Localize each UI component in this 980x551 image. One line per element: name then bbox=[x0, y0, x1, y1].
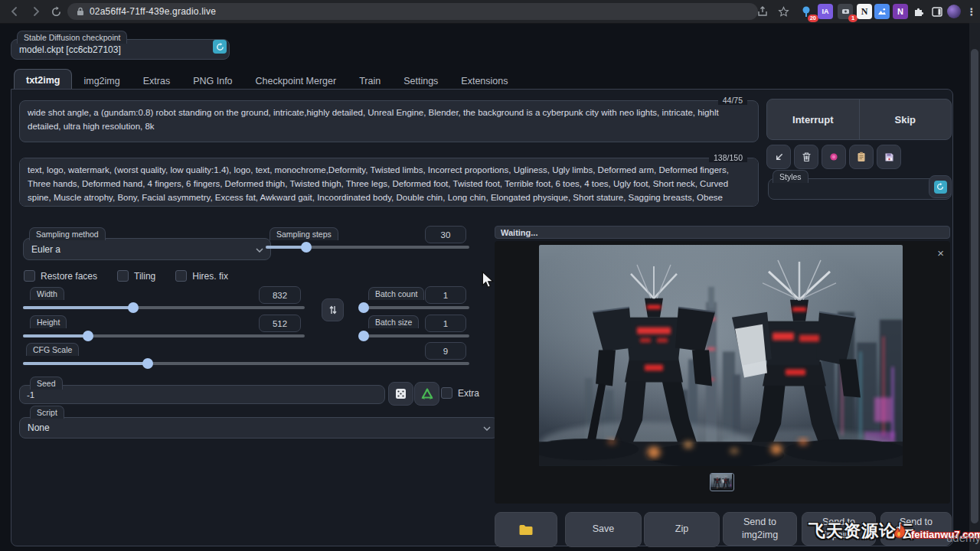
notion-extension-icon[interactable]: N bbox=[857, 4, 872, 19]
sampling-method-label: Sampling method bbox=[29, 227, 106, 240]
checkbox-icon bbox=[117, 270, 129, 282]
page-scrollbar[interactable] bbox=[969, 23, 980, 551]
random-seed-button[interactable] bbox=[388, 382, 413, 406]
dice-icon bbox=[395, 388, 407, 399]
skip-button[interactable]: Skip bbox=[860, 99, 952, 139]
extra-seed-checkbox[interactable]: Extra bbox=[441, 387, 479, 399]
sampling-steps-slider[interactable] bbox=[266, 243, 469, 252]
apply-style-button[interactable] bbox=[849, 145, 874, 169]
reload-icon[interactable] bbox=[47, 3, 64, 20]
onenote-extension-icon[interactable]: N bbox=[893, 4, 908, 19]
share-icon[interactable] bbox=[754, 3, 771, 20]
height-label: Height bbox=[30, 315, 67, 328]
seed-input[interactable]: -1 bbox=[19, 385, 385, 404]
address-bar[interactable]: 02a56ff4-71ff-439e.gradio.live bbox=[67, 3, 758, 20]
checkbox-icon bbox=[441, 387, 452, 399]
paste-params-button[interactable] bbox=[766, 145, 791, 169]
pink-dot-icon bbox=[828, 152, 839, 162]
script-dropdown[interactable]: None bbox=[19, 417, 498, 439]
pin-badge: 20 bbox=[808, 15, 818, 22]
refresh-icon bbox=[936, 183, 944, 191]
watermark-flame-icon bbox=[891, 522, 910, 543]
refresh-icon bbox=[216, 43, 224, 51]
checkbox-icon bbox=[175, 270, 187, 282]
ia-extension-icon[interactable]: IA bbox=[818, 4, 833, 19]
txt2img-panel: 44/75 wide shot angle, a (gundam:0.8) ro… bbox=[11, 89, 953, 546]
cfg-scale-slider[interactable] bbox=[23, 359, 469, 368]
pin-extension-icon[interactable]: 20 bbox=[799, 4, 814, 19]
swap-dimensions-button[interactable] bbox=[322, 298, 344, 321]
progress-bar: Waiting... bbox=[495, 226, 950, 239]
negative-prompt-input[interactable]: text, logo, watermark, (worst quality, l… bbox=[19, 158, 759, 207]
checkpoint-refresh-button[interactable] bbox=[213, 40, 227, 54]
trash-icon bbox=[802, 152, 812, 162]
close-icon[interactable]: × bbox=[937, 247, 944, 259]
width-slider[interactable] bbox=[23, 303, 305, 312]
chevron-down-icon bbox=[256, 244, 263, 255]
interrupt-button[interactable]: Interrupt bbox=[767, 99, 860, 139]
batch-size-slider[interactable] bbox=[359, 331, 469, 341]
styles-refresh-button[interactable] bbox=[929, 175, 952, 198]
swap-arrows-icon bbox=[328, 305, 338, 315]
profile-avatar[interactable] bbox=[946, 4, 962, 19]
save-button[interactable]: Save bbox=[565, 512, 642, 547]
scrollbar-thumb[interactable] bbox=[971, 49, 978, 523]
cfg-scale-label: CFG Scale bbox=[26, 343, 79, 356]
toggles-row: Restore faces Tiling Hires. fix bbox=[24, 270, 228, 282]
height-value[interactable]: 512 bbox=[259, 315, 301, 332]
gallery: × bbox=[495, 241, 950, 504]
image-extension-icon[interactable] bbox=[874, 4, 890, 19]
generated-image[interactable] bbox=[539, 245, 903, 466]
sampling-steps-label: Sampling steps bbox=[270, 227, 338, 240]
forward-icon[interactable] bbox=[28, 3, 44, 20]
hires-fix-checkbox[interactable]: Hires. fix bbox=[175, 270, 228, 282]
batch-size-value[interactable]: 1 bbox=[425, 315, 466, 332]
back-icon[interactable] bbox=[6, 3, 23, 20]
browser-toolbar: 02a56ff4-71ff-439e.gradio.live 20 IA 1 N… bbox=[0, 0, 980, 24]
prompt-input[interactable]: wide shot angle, a (gundam:0.8) robot st… bbox=[19, 100, 759, 142]
send-to-img2img-button[interactable]: Send to img2img bbox=[723, 512, 797, 546]
puzzle-extensions-icon[interactable] bbox=[911, 4, 926, 19]
generate-controls: Interrupt Skip bbox=[766, 99, 952, 140]
width-label: Width bbox=[30, 287, 64, 300]
folder-icon bbox=[518, 523, 534, 536]
zip-button[interactable]: Zip bbox=[644, 512, 720, 547]
floppy-save-icon bbox=[884, 152, 894, 162]
extra-networks-button[interactable] bbox=[822, 145, 846, 169]
cfg-scale-value[interactable]: 9 bbox=[425, 342, 466, 360]
batch-count-label: Batch count bbox=[368, 287, 424, 300]
checkpoint-value: model.ckpt [cc6cb27103] bbox=[19, 44, 121, 55]
height-slider[interactable] bbox=[23, 331, 305, 341]
tiling-checkbox[interactable]: Tiling bbox=[117, 270, 155, 282]
sidepanel-icon[interactable] bbox=[929, 4, 945, 19]
batch-count-value[interactable]: 1 bbox=[425, 286, 466, 304]
clipboard-icon bbox=[857, 152, 866, 162]
lock-icon bbox=[77, 7, 84, 16]
batch-count-slider[interactable] bbox=[359, 303, 469, 312]
checkpoint-label: Stable Diffusion checkpoint bbox=[17, 31, 127, 44]
url-text: 02a56ff4-71ff-439e.gradio.live bbox=[90, 6, 216, 17]
prompt-token-counter: 44/75 bbox=[718, 96, 747, 105]
width-value[interactable]: 832 bbox=[259, 286, 301, 304]
chat-extension-icon[interactable]: 1 bbox=[838, 4, 853, 19]
reuse-seed-button[interactable] bbox=[414, 382, 439, 406]
screen: 02a56ff4-71ff-439e.gradio.live 20 IA 1 N… bbox=[0, 0, 980, 551]
seed-label: Seed bbox=[30, 377, 63, 390]
gallery-thumbnail[interactable] bbox=[710, 473, 734, 491]
open-folder-button[interactable] bbox=[495, 512, 557, 547]
chevron-down-icon bbox=[483, 422, 491, 433]
negative-token-counter: 138/150 bbox=[709, 153, 747, 162]
save-style-button[interactable] bbox=[877, 145, 901, 169]
clear-prompt-button[interactable] bbox=[794, 145, 818, 169]
styles-label: Styles bbox=[773, 170, 808, 183]
restore-faces-checkbox[interactable]: Restore faces bbox=[24, 270, 97, 282]
sampling-method-dropdown[interactable]: Euler a bbox=[23, 238, 271, 260]
recycle-icon bbox=[421, 388, 433, 399]
bookmark-star-icon[interactable] bbox=[775, 3, 792, 20]
watermark-corner-text: udemy bbox=[946, 531, 980, 544]
sampling-steps-value[interactable]: 30 bbox=[425, 226, 466, 243]
batch-size-label: Batch size bbox=[368, 315, 419, 328]
arrow-down-left-icon bbox=[774, 152, 784, 162]
script-label: Script bbox=[30, 406, 64, 419]
browser-menu-icon[interactable]: ⋮ bbox=[963, 3, 980, 20]
